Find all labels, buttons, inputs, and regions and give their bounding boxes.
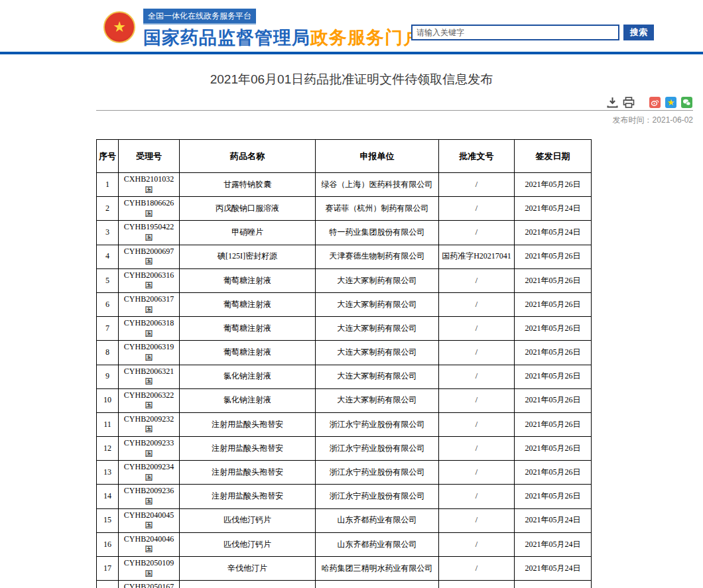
cell-drug-name: 葡萄糖注射液 [180, 317, 316, 341]
table-row: 13CYHB2009234国注射用盐酸头孢替安浙江永宁药业股份有限公司/2021… [97, 461, 592, 485]
cell-index: 1 [97, 173, 119, 197]
cell-approval-no: / [439, 317, 515, 341]
cell-applicant: 大连大冢制药有限公司 [316, 388, 439, 412]
cell-approval-no: / [439, 461, 515, 485]
cell-issue-date: 2021年05月26日 [515, 461, 592, 485]
approval-table: 序号受理号药品名称申报单位批准文号签发日期 1CXHB2101032国甘露特钠胶… [96, 139, 592, 588]
cell-receipt-no: CYHB2006321国 [119, 365, 180, 388]
cell-receipt-no: CYHB2006316国 [119, 268, 180, 292]
search-button[interactable]: 搜索 [623, 25, 654, 40]
cell-receipt-no: CXHB2101032国 [119, 173, 180, 197]
cell-approval-no: / [439, 365, 515, 388]
cell-index: 2 [97, 197, 119, 221]
cell-index: 5 [97, 268, 119, 292]
cell-applicant: 大连大冢制药有限公司 [316, 341, 439, 365]
cell-drug-name: 辛伐他汀片 [180, 557, 316, 581]
cell-approval-no: / [439, 221, 515, 245]
cell-index: 11 [97, 412, 119, 436]
cell-index: 14 [97, 485, 119, 508]
cell-drug-name: 注射用盐酸头孢替安 [180, 461, 316, 485]
cell-applicant: 大连大冢制药有限公司 [316, 317, 439, 341]
table-row: 9CYHB2006321国氯化钠注射液大连大冢制药有限公司/2021年05月26… [97, 365, 592, 388]
column-header-index: 序号 [97, 140, 119, 173]
cell-index: 10 [97, 388, 119, 412]
cell-approval-no: / [439, 532, 515, 556]
cell-issue-date: 2021年05月26日 [515, 245, 592, 268]
cell-approval-no: / [439, 412, 515, 436]
table-body: 1CXHB2101032国甘露特钠胶囊绿谷（上海）医药科技有限公司/2021年0… [97, 173, 592, 588]
cell-drug-name: 匹伐他汀钙片 [180, 532, 316, 556]
table-row: 5CYHB2006316国葡萄糖注射液大连大冢制药有限公司/2021年05月26… [97, 268, 592, 292]
table-row: 14CYHB2009236国注射用盐酸头孢替安浙江永宁药业股份有限公司/2021… [97, 485, 592, 508]
brand: ★ 全国一体化在线政务服务平台 国家药品监督管理局政务服务门户 [103, 9, 422, 50]
table-row: 3CYHB1950422国甲硝唑片特一药业集团股份有限公司/2021年05月24… [97, 221, 592, 245]
cell-approval-no: / [439, 292, 515, 316]
cell-applicant: 北京红林制药有限公司 [316, 581, 439, 588]
cell-receipt-no: CYHB2040046国 [119, 532, 180, 556]
cell-approval-no: / [439, 197, 515, 221]
cell-approval-no: / [439, 557, 515, 581]
cell-index: 15 [97, 508, 119, 532]
cell-approval-no: / [439, 437, 515, 461]
cell-receipt-no: CYHB2006322国 [119, 388, 180, 412]
site-title-sub: 政务服务门户 [310, 28, 422, 48]
table-row: 18CYHB2050167国苯磺酸氨氯地平片北京红林制药有限公司/2021年05… [97, 581, 592, 588]
cell-receipt-no: CYHB2000697国 [119, 245, 180, 268]
cell-drug-name: 注射用盐酸头孢替安 [180, 437, 316, 461]
cell-index: 17 [97, 557, 119, 581]
cell-drug-name: 注射用盐酸头孢替安 [180, 485, 316, 508]
download-icon[interactable] [606, 96, 618, 108]
cell-receipt-no: CYHB1950422国 [119, 221, 180, 245]
wechat-share-icon[interactable] [681, 97, 692, 108]
page-title: 2021年06月01日药品批准证明文件待领取信息发布 [0, 71, 703, 88]
cell-drug-name: 甘露特钠胶囊 [180, 173, 316, 197]
cell-applicant: 赛诺菲（杭州）制药有限公司 [316, 197, 439, 221]
cell-issue-date: 2021年05月26日 [515, 437, 592, 461]
content-divider [96, 110, 693, 111]
cell-receipt-no: CYHB2006317国 [119, 292, 180, 316]
table-row: 4CYHB2000697国碘[125I]密封籽源天津赛德生物制药有限公司国药准字… [97, 245, 592, 268]
cell-applicant: 大连大冢制药有限公司 [316, 268, 439, 292]
column-header-drug-name: 药品名称 [180, 140, 316, 173]
cell-applicant: 浙江永宁药业股份有限公司 [316, 461, 439, 485]
cell-receipt-no: CYHB2009236国 [119, 485, 180, 508]
cell-applicant: 浙江永宁药业股份有限公司 [316, 412, 439, 436]
cell-issue-date: 2021年05月26日 [515, 365, 592, 388]
site-title: 国家药品监督管理局政务服务门户 [143, 26, 422, 50]
table-row: 8CYHB2006319国葡萄糖注射液大连大冢制药有限公司/2021年05月26… [97, 341, 592, 365]
cell-applicant: 哈药集团三精明水药业有限公司 [316, 557, 439, 581]
national-emblem-logo: ★ [103, 11, 135, 43]
cell-receipt-no: CYHB2006318国 [119, 317, 180, 341]
cell-applicant: 浙江永宁药业股份有限公司 [316, 437, 439, 461]
cell-drug-name: 葡萄糖注射液 [180, 341, 316, 365]
table-row: 17CYHB2050109国辛伐他汀片哈药集团三精明水药业有限公司/2021年0… [97, 557, 592, 581]
page: ★ 全国一体化在线政务服务平台 国家药品监督管理局政务服务门户 搜索 2021年… [0, 0, 703, 588]
cell-drug-name: 丙戊酸钠口服溶液 [180, 197, 316, 221]
cell-applicant: 山东齐都药业有限公司 [316, 532, 439, 556]
cell-applicant: 大连大冢制药有限公司 [316, 365, 439, 388]
print-icon[interactable] [623, 96, 635, 108]
table-row: 7CYHB2006318国葡萄糖注射液大连大冢制药有限公司/2021年05月26… [97, 317, 592, 341]
publish-time: 发布时间：2021-06-02 [613, 115, 693, 126]
cell-issue-date: 2021年05月26日 [515, 485, 592, 508]
cell-issue-date: 2021年05月24日 [515, 221, 592, 245]
column-header-applicant: 申报单位 [316, 140, 439, 173]
cell-applicant: 天津赛德生物制药有限公司 [316, 245, 439, 268]
cell-receipt-no: CYHB2050167国 [119, 581, 180, 588]
cell-index: 3 [97, 221, 119, 245]
cell-drug-name: 碘[125I]密封籽源 [180, 245, 316, 268]
cell-receipt-no: CYHB1806626国 [119, 197, 180, 221]
cell-receipt-no: CYHB2009232国 [119, 412, 180, 436]
weibo-share-icon[interactable] [649, 97, 661, 108]
cell-index: 9 [97, 365, 119, 388]
cell-index: 6 [97, 292, 119, 316]
cell-issue-date: 2021年05月24日 [515, 508, 592, 532]
cell-applicant: 绿谷（上海）医药科技有限公司 [316, 173, 439, 197]
column-header-issue-date: 签发日期 [515, 140, 592, 173]
column-header-approval-no: 批准文号 [439, 140, 515, 173]
qzone-share-icon[interactable]: ★ [665, 97, 676, 108]
table-row: 10CYHB2006322国氯化钠注射液大连大冢制药有限公司/2021年05月2… [97, 388, 592, 412]
search-input[interactable] [411, 25, 619, 40]
cell-approval-no: / [439, 268, 515, 292]
cell-drug-name: 葡萄糖注射液 [180, 292, 316, 316]
